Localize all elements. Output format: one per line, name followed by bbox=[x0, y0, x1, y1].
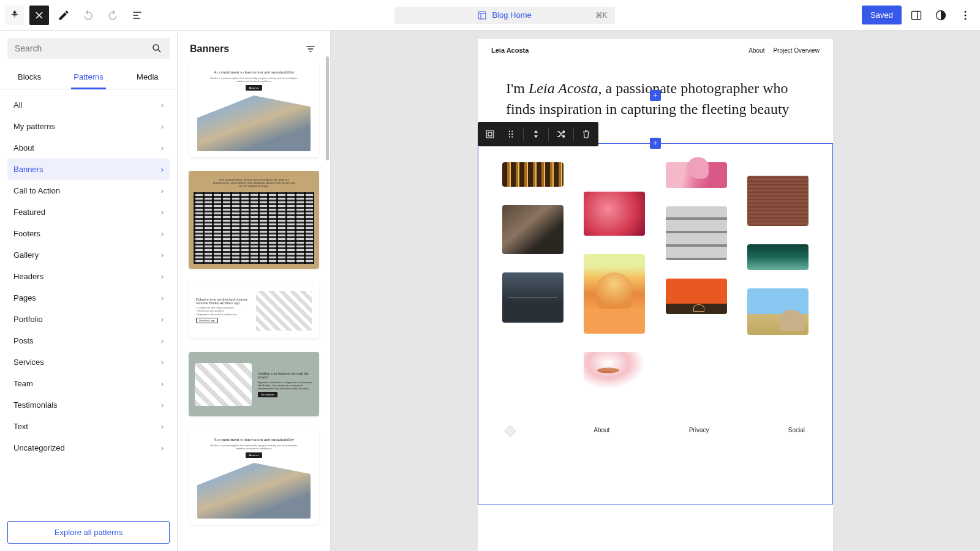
save-button[interactable]: Saved bbox=[862, 6, 902, 24]
sidebar-icon bbox=[910, 9, 922, 21]
chevron-right-icon: › bbox=[161, 379, 164, 388]
chevron-right-icon: › bbox=[161, 122, 164, 131]
pattern-preview[interactable]: Enhance your architectural journey with … bbox=[189, 282, 319, 339]
svg-point-9 bbox=[509, 130, 510, 132]
pattern-image bbox=[256, 291, 312, 331]
footer-link-about[interactable]: About bbox=[594, 427, 609, 435]
gallery-image[interactable] bbox=[584, 254, 645, 334]
redo-button[interactable] bbox=[103, 6, 123, 25]
nav-link-project-overview[interactable]: Project Overview bbox=[773, 47, 820, 54]
svg-rect-8 bbox=[488, 132, 492, 136]
site-logo-button[interactable] bbox=[5, 6, 24, 25]
gallery-image[interactable] bbox=[666, 162, 727, 188]
site-title[interactable]: Leia Acosta bbox=[491, 47, 529, 54]
insert-block-before-button[interactable]: + bbox=[650, 138, 661, 149]
gallery-image[interactable] bbox=[747, 176, 809, 226]
pattern-preview[interactable]: A commitment to innovation and sustainab… bbox=[189, 430, 319, 525]
tab-media[interactable]: Media bbox=[118, 66, 177, 89]
document-title-button[interactable]: Blog Home ⌘K bbox=[394, 7, 615, 24]
undo-button[interactable] bbox=[78, 6, 98, 25]
document-overview-button[interactable] bbox=[127, 6, 147, 25]
category-item-footers[interactable]: Footers› bbox=[7, 223, 170, 244]
category-item-pages[interactable]: Pages› bbox=[7, 287, 170, 309]
chevron-right-icon: › bbox=[161, 336, 164, 345]
category-item-my-patterns[interactable]: My patterns› bbox=[7, 116, 170, 137]
undo-icon bbox=[82, 9, 94, 21]
gallery-image[interactable] bbox=[747, 244, 809, 270]
gallery-image[interactable] bbox=[747, 288, 809, 335]
editor-canvas[interactable]: Leia Acosta About Project Overview I'm L… bbox=[331, 31, 980, 551]
category-item-team[interactable]: Team› bbox=[7, 373, 170, 394]
category-item-uncategorized[interactable]: Uncategorized› bbox=[7, 437, 170, 459]
gallery-image[interactable] bbox=[584, 352, 645, 389]
category-item-about[interactable]: About› bbox=[7, 137, 170, 159]
search-icon bbox=[151, 43, 162, 54]
settings-sidebar-button[interactable] bbox=[907, 6, 926, 25]
category-item-banners[interactable]: Banners› bbox=[7, 159, 170, 180]
template-icon bbox=[477, 10, 487, 20]
tab-blocks[interactable]: Blocks bbox=[0, 66, 59, 89]
site-footer[interactable]: About Privacy Social bbox=[478, 419, 833, 435]
site-header[interactable]: Leia Acosta About Project Overview bbox=[478, 39, 833, 61]
gallery-image[interactable] bbox=[666, 279, 727, 314]
contrast-icon bbox=[935, 9, 947, 21]
category-item-posts[interactable]: Posts› bbox=[7, 330, 170, 351]
page-frame[interactable]: Leia Acosta About Project Overview I'm L… bbox=[478, 39, 833, 551]
category-item-text[interactable]: Text› bbox=[7, 416, 170, 437]
gallery-image[interactable] bbox=[502, 162, 564, 187]
move-up-down-button[interactable] bbox=[526, 124, 546, 144]
pattern-preview[interactable]: Guiding your business through the projec… bbox=[189, 352, 319, 416]
filter-icon bbox=[304, 43, 317, 55]
inserter-tabs: Blocks Patterns Media bbox=[0, 66, 177, 89]
group-icon bbox=[484, 129, 496, 140]
shuffle-button[interactable] bbox=[551, 124, 571, 144]
edit-tool-button[interactable] bbox=[54, 6, 74, 25]
gallery-image[interactable] bbox=[666, 206, 727, 260]
gallery-image[interactable] bbox=[502, 272, 564, 323]
insert-block-button[interactable]: + bbox=[650, 90, 661, 101]
category-item-featured[interactable]: Featured› bbox=[7, 201, 170, 223]
nav-link-about[interactable]: About bbox=[748, 47, 764, 54]
search-input[interactable] bbox=[15, 43, 151, 53]
svg-point-10 bbox=[511, 130, 513, 132]
scrollbar-thumb[interactable] bbox=[326, 56, 329, 160]
svg-point-5 bbox=[965, 18, 967, 20]
footer-link-social[interactable]: Social bbox=[788, 427, 805, 435]
styles-button[interactable] bbox=[931, 6, 951, 25]
delete-button[interactable] bbox=[576, 124, 596, 144]
category-item-portfolio[interactable]: Portfolio› bbox=[7, 309, 170, 330]
category-item-call-to-action[interactable]: Call to Action› bbox=[7, 180, 170, 201]
tab-patterns[interactable]: Patterns bbox=[59, 66, 118, 89]
search-field[interactable] bbox=[7, 38, 170, 59]
gallery-image[interactable] bbox=[584, 192, 645, 236]
footer-logo bbox=[504, 425, 516, 437]
category-item-headers[interactable]: Headers› bbox=[7, 266, 170, 287]
options-button[interactable] bbox=[956, 6, 975, 25]
gallery-column bbox=[666, 162, 727, 389]
category-item-gallery[interactable]: Gallery› bbox=[7, 244, 170, 266]
chevron-right-icon: › bbox=[161, 443, 164, 452]
category-item-services[interactable]: Services› bbox=[7, 351, 170, 373]
svg-rect-0 bbox=[478, 12, 486, 19]
pattern-preview[interactable]: This transformative project seeks to enh… bbox=[189, 171, 319, 269]
category-item-testimonials[interactable]: Testimonials› bbox=[7, 394, 170, 416]
svg-point-11 bbox=[509, 133, 510, 135]
footer-link-privacy[interactable]: Privacy bbox=[689, 427, 709, 435]
chevron-right-icon: › bbox=[161, 250, 164, 260]
pattern-preview[interactable]: A commitment to innovation and sustainab… bbox=[189, 62, 319, 157]
filter-button[interactable] bbox=[303, 42, 318, 56]
patterns-panel-title: Banners bbox=[190, 43, 229, 54]
svg-point-4 bbox=[965, 14, 967, 16]
close-inserter-button[interactable] bbox=[29, 6, 49, 25]
gallery-image[interactable] bbox=[502, 205, 564, 254]
svg-point-3 bbox=[965, 10, 967, 12]
block-type-button[interactable] bbox=[480, 124, 500, 144]
pattern-image bbox=[195, 363, 252, 406]
explore-all-patterns-button[interactable]: Explore all patterns bbox=[7, 521, 170, 544]
gallery-block[interactable] bbox=[478, 162, 833, 419]
scrollbar[interactable] bbox=[326, 56, 329, 160]
category-item-all[interactable]: All› bbox=[7, 94, 170, 116]
top-toolbar: Blog Home ⌘K Saved bbox=[0, 0, 980, 31]
drag-handle[interactable] bbox=[501, 124, 521, 144]
chevron-right-icon: › bbox=[161, 272, 164, 281]
